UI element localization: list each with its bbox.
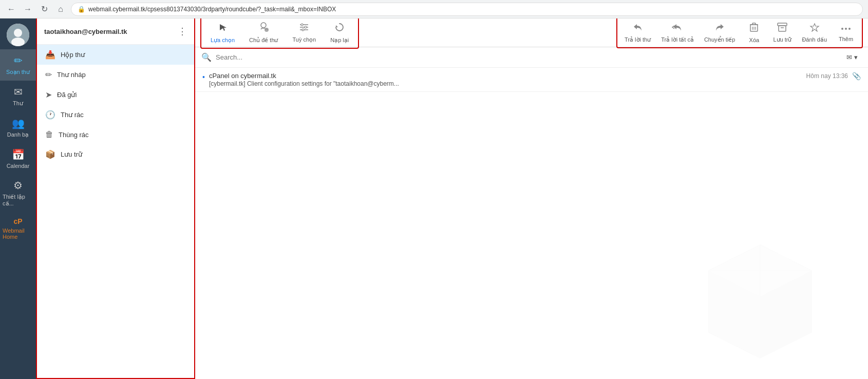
reply-button[interactable]: Trả lời thư — [619, 20, 656, 46]
drafts-icon: ✏ — [45, 70, 52, 80]
unread-bullet: • — [202, 73, 205, 81]
svg-point-26 — [848, 28, 851, 30]
select-icon — [218, 22, 228, 35]
message-list: • cPanel on cybermail.tk Hôm nay 13:36 [… — [195, 68, 868, 223]
thread-button[interactable]: Chủ đề thư — [242, 19, 285, 47]
reply-all-icon — [671, 23, 684, 34]
junk-icon: 🕐 — [45, 110, 55, 120]
svg-rect-21 — [779, 26, 786, 31]
main-area: Lựa chọn Chủ đề thư — [195, 18, 868, 379]
folder-label-sent: Đã gửi — [57, 91, 77, 99]
url-text: webmail.cybermail.tk/cpsess8013743030/3r… — [88, 6, 336, 13]
address-bar[interactable]: 🔒 webmail.cybermail.tk/cpsess8013743030/… — [71, 3, 863, 16]
reload-label: Nạp lại — [330, 37, 349, 44]
forward-icon — [714, 23, 725, 34]
forward-button[interactable]: → — [22, 3, 34, 15]
reload-button[interactable]: ↻ — [38, 3, 50, 15]
archive-button[interactable]: Lưu trữ — [768, 20, 797, 46]
sidebar-label-compose: Soạn thư — [6, 69, 30, 75]
sidebar-label-contacts: Danh bạ — [7, 131, 29, 138]
folder-item-archive[interactable]: 📦 Lưu trữ — [37, 144, 194, 164]
folder-item-inbox[interactable]: 📥 Hộp thư — [37, 45, 194, 65]
svg-point-24 — [841, 28, 843, 30]
options-button[interactable]: Tuỳ chọn — [286, 20, 324, 46]
more-label: Thêm — [839, 36, 853, 42]
message-sender: cPanel on cybermail.tk — [209, 72, 276, 80]
message-time: Hôm nay 13:36 — [806, 72, 848, 80]
folder-label-inbox: Hộp thư — [61, 51, 85, 59]
contacts-icon: 👥 — [12, 117, 25, 129]
reply-all-button[interactable]: Trả lời tất cả — [656, 20, 699, 46]
webmail-icon: cP — [13, 217, 22, 225]
sidebar-item-settings[interactable]: ⚙ Thiết lập cấ... — [0, 174, 36, 212]
search-icon: 🔍 — [201, 52, 212, 62]
archive-toolbar-icon — [777, 23, 787, 34]
delete-button[interactable]: Xóa — [740, 19, 768, 46]
filter-dropdown-icon: ▾ — [854, 53, 858, 61]
home-button[interactable]: ⌂ — [54, 3, 67, 15]
table-row[interactable]: • cPanel on cybermail.tk Hôm nay 13:36 [… — [195, 68, 868, 92]
more-icon — [841, 23, 851, 34]
sidebar-label-mail: Thư — [13, 100, 23, 107]
sidebar-item-webmail[interactable]: cP Webmail Home — [0, 212, 36, 245]
browser-chrome: ← → ↻ ⌂ 🔒 webmail.cybermail.tk/cpsess801… — [0, 0, 868, 18]
sidebar-label-calendar: Calendar — [7, 163, 30, 169]
more-button[interactable]: Thêm — [832, 20, 860, 45]
folder-label-trash: Thùng rác — [59, 131, 89, 139]
folder-sidebar: taotaikhoan@cybermail.tk ⋮ 📥 Hộp thư ✏ T… — [36, 18, 195, 379]
mark-button[interactable]: Đánh dấu — [797, 20, 832, 46]
svg-point-9 — [305, 26, 307, 28]
lock-icon: 🔒 — [78, 6, 85, 13]
sent-icon: ➤ — [45, 90, 52, 100]
sidebar-item-calendar[interactable]: 📅 Calendar — [0, 143, 36, 174]
thread-label: Chủ đề thư — [249, 37, 278, 44]
forward-button[interactable]: Chuyển tiếp — [699, 20, 740, 46]
inbox-icon: 📥 — [45, 50, 55, 60]
toolbar-left-group: Lựa chọn Chủ đề thư — [200, 18, 359, 49]
select-label: Lựa chọn — [211, 37, 235, 44]
reply-all-label: Trả lời tất cả — [661, 36, 694, 43]
sidebar-label-webmail: Webmail Home — [3, 228, 33, 240]
folder-item-sent[interactable]: ➤ Đã gửi — [37, 85, 194, 105]
folder-menu-button[interactable]: ⋮ — [178, 26, 187, 37]
folder-label-junk: Thư rác — [61, 111, 84, 119]
thread-icon — [258, 22, 269, 35]
folder-item-junk[interactable]: 🕐 Thư rác — [37, 105, 194, 125]
folder-label-archive: Lưu trữ — [61, 150, 82, 158]
delete-label: Xóa — [749, 37, 760, 43]
folder-label-drafts: Thư nháp — [57, 71, 86, 79]
reply-label: Trả lời thư — [625, 36, 651, 43]
back-button[interactable]: ← — [5, 3, 17, 15]
mail-icon: ✉ — [14, 86, 23, 98]
email-filter-button[interactable]: ✉ ▾ — [842, 51, 862, 63]
folder-item-trash[interactable]: 🗑 Thùng rác — [37, 125, 194, 144]
forward-label: Chuyển tiếp — [704, 36, 735, 43]
calendar-icon: 📅 — [12, 148, 25, 161]
options-label: Tuỳ chọn — [293, 36, 316, 43]
message-subject: [cybermail.tk] Client configuration sett… — [209, 80, 399, 87]
account-email: taotaikhoan@cybermail.tk — [44, 28, 127, 35]
options-icon — [299, 23, 309, 34]
reload-toolbar-button[interactable]: Nạp lại — [323, 19, 356, 47]
svg-marker-11 — [336, 25, 338, 27]
reply-icon — [633, 23, 643, 34]
sidebar-item-compose[interactable]: ✏ Soạn thư — [0, 49, 36, 81]
mark-label: Đánh dấu — [802, 36, 827, 43]
watermark — [195, 223, 868, 379]
roundcube-watermark — [683, 230, 837, 373]
mail-filter-icon: ✉ — [846, 53, 852, 61]
archive-icon: 📦 — [45, 149, 55, 159]
sidebar-label-settings: Thiết lập cấ... — [3, 194, 33, 207]
app-container: ✏ Soạn thư ✉ Thư 👥 Danh bạ 📅 Calendar ⚙ … — [0, 18, 868, 379]
mark-icon — [809, 23, 820, 34]
select-button[interactable]: Lựa chọn — [203, 19, 242, 47]
svg-point-8 — [301, 24, 303, 26]
folder-item-drafts[interactable]: ✏ Thư nháp — [37, 65, 194, 85]
search-bar: 🔍 ✉ ▾ — [195, 47, 868, 68]
sidebar-item-contacts[interactable]: 👥 Danh bạ — [0, 112, 36, 143]
trash-icon: 🗑 — [45, 130, 53, 139]
search-input[interactable] — [216, 53, 838, 61]
folder-list: 📥 Hộp thư ✏ Thư nháp ➤ Đã gửi 🕐 Thư rác … — [37, 45, 194, 378]
sidebar-item-mail[interactable]: ✉ Thư — [0, 81, 36, 112]
message-panel: 🔍 ✉ ▾ • cPanel on cybermail.tk Hôm nay 1… — [195, 47, 868, 379]
